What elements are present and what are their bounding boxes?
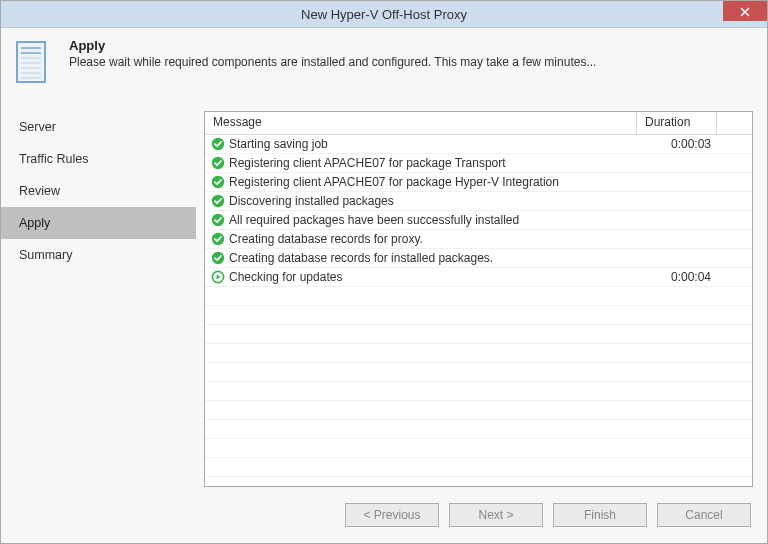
titlebar: New Hyper-V Off-Host Proxy <box>1 1 767 28</box>
cell-message: Registering client APACHE07 for package … <box>205 175 637 189</box>
table-row-empty <box>205 382 752 401</box>
wizard-content: Message Duration Starting saving job0:00… <box>196 107 767 487</box>
table-row-empty <box>205 306 752 325</box>
column-header-spacer <box>717 112 752 134</box>
table-row-empty <box>205 344 752 363</box>
status-icon <box>211 270 225 284</box>
wizard-body: ServerTraffic RulesReviewApplySummary Me… <box>1 107 767 487</box>
message-text: Creating database records for installed … <box>229 251 493 265</box>
sidebar-item-apply[interactable]: Apply <box>1 207 196 239</box>
table-row[interactable]: All required packages have been successf… <box>205 211 752 230</box>
status-icon <box>211 251 225 265</box>
wizard-window: New Hyper-V Off-Host Proxy Apply Pleas <box>0 0 768 544</box>
sidebar-item-server[interactable]: Server <box>1 111 196 143</box>
column-header-duration[interactable]: Duration <box>637 112 717 134</box>
sidebar-item-traffic-rules[interactable]: Traffic Rules <box>1 143 196 175</box>
close-button[interactable] <box>723 1 767 21</box>
success-icon <box>211 175 225 189</box>
message-text: Checking for updates <box>229 270 342 284</box>
grid-body: Starting saving job0:00:03Registering cl… <box>205 135 752 486</box>
table-row-empty <box>205 477 752 486</box>
status-icon <box>211 232 225 246</box>
header-text-block: Apply Please wait while required compone… <box>69 38 596 69</box>
previous-button[interactable]: < Previous <box>345 503 439 527</box>
cell-message: All required packages have been successf… <box>205 213 637 227</box>
sidebar-item-summary[interactable]: Summary <box>1 239 196 271</box>
message-text: Discovering installed packages <box>229 194 394 208</box>
table-row[interactable]: Creating database records for installed … <box>205 249 752 268</box>
table-row[interactable]: Checking for updates0:00:04 <box>205 268 752 287</box>
close-icon <box>740 7 750 17</box>
message-text: Registering client APACHE07 for package … <box>229 156 506 170</box>
page-description: Please wait while required components ar… <box>69 55 596 69</box>
status-icon <box>211 194 225 208</box>
status-icon <box>211 156 225 170</box>
cell-message: Creating database records for proxy. <box>205 232 637 246</box>
status-icon <box>211 137 225 151</box>
table-row[interactable]: Creating database records for proxy. <box>205 230 752 249</box>
success-icon <box>211 251 225 265</box>
cell-duration: 0:00:04 <box>637 270 717 284</box>
message-text: All required packages have been successf… <box>229 213 519 227</box>
progress-grid: Message Duration Starting saving job0:00… <box>204 111 753 487</box>
table-row-empty <box>205 401 752 420</box>
message-text: Creating database records for proxy. <box>229 232 423 246</box>
status-icon <box>211 175 225 189</box>
success-icon <box>211 232 225 246</box>
success-icon <box>211 213 225 227</box>
cell-message: Starting saving job <box>205 137 637 151</box>
cell-duration: 0:00:03 <box>637 137 717 151</box>
table-row-empty <box>205 458 752 477</box>
next-button[interactable]: Next > <box>449 503 543 527</box>
table-row-empty <box>205 363 752 382</box>
table-row[interactable]: Starting saving job0:00:03 <box>205 135 752 154</box>
proxy-icon <box>15 40 55 89</box>
window-title: New Hyper-V Off-Host Proxy <box>301 7 467 22</box>
table-row[interactable]: Discovering installed packages <box>205 192 752 211</box>
wizard-footer: < Previous Next > Finish Cancel <box>1 487 767 543</box>
wizard-steps-sidebar: ServerTraffic RulesReviewApplySummary <box>1 107 196 487</box>
finish-button[interactable]: Finish <box>553 503 647 527</box>
success-icon <box>211 156 225 170</box>
table-row-empty <box>205 287 752 306</box>
table-row[interactable]: Registering client APACHE07 for package … <box>205 154 752 173</box>
grid-header: Message Duration <box>205 112 752 135</box>
status-icon <box>211 213 225 227</box>
message-text: Registering client APACHE07 for package … <box>229 175 559 189</box>
sidebar-item-review[interactable]: Review <box>1 175 196 207</box>
cell-message: Checking for updates <box>205 270 637 284</box>
cancel-button[interactable]: Cancel <box>657 503 751 527</box>
cell-message: Creating database records for installed … <box>205 251 637 265</box>
success-icon <box>211 137 225 151</box>
success-icon <box>211 194 225 208</box>
progress-icon <box>211 270 225 284</box>
cell-message: Discovering installed packages <box>205 194 637 208</box>
table-row-empty <box>205 325 752 344</box>
column-header-message[interactable]: Message <box>205 112 637 134</box>
wizard-header: Apply Please wait while required compone… <box>1 28 767 107</box>
table-row-empty <box>205 439 752 458</box>
cell-message: Registering client APACHE07 for package … <box>205 156 637 170</box>
page-title: Apply <box>69 38 596 53</box>
table-row-empty <box>205 420 752 439</box>
table-row[interactable]: Registering client APACHE07 for package … <box>205 173 752 192</box>
message-text: Starting saving job <box>229 137 328 151</box>
